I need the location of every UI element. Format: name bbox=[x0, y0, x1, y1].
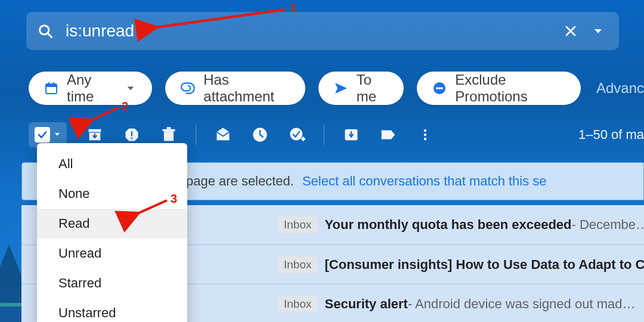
toolbar-separator bbox=[324, 125, 324, 145]
mail-subject: Your monthly quota has been exceeded bbox=[324, 217, 571, 233]
svg-rect-16 bbox=[164, 131, 174, 141]
mail-subject: Security alert bbox=[324, 296, 407, 312]
svg-point-20 bbox=[290, 128, 302, 140]
mail-snippet: - Decembe… bbox=[572, 217, 645, 233]
svg-rect-11 bbox=[436, 88, 443, 89]
chip-label: Has attachment bbox=[203, 72, 289, 105]
select-all-checkbox[interactable] bbox=[35, 127, 50, 143]
chevron-down-icon bbox=[125, 81, 137, 95]
inbox-label[interactable]: Inbox bbox=[278, 216, 317, 233]
dropdown-item-starred[interactable]: Starred bbox=[37, 268, 187, 298]
svg-line-5 bbox=[48, 33, 51, 37]
mark-as-read-icon[interactable] bbox=[210, 122, 236, 147]
chip-label: Exclude Promotions bbox=[455, 72, 565, 105]
select-all-conversations-link[interactable]: Select all conversations that match this… bbox=[302, 174, 547, 189]
search-options-dropdown-icon[interactable] bbox=[590, 23, 606, 39]
svg-rect-9 bbox=[53, 82, 54, 85]
svg-rect-15 bbox=[131, 138, 132, 139]
filter-chip-attachment[interactable]: Has attachment bbox=[165, 72, 305, 105]
chip-label: Any time bbox=[67, 72, 113, 105]
filter-chip-exclude-promotions[interactable]: Exclude Promotions bbox=[417, 72, 581, 105]
svg-rect-18 bbox=[167, 127, 171, 129]
mail-subject: [Consumer insights] How to Use Data to A… bbox=[324, 257, 644, 273]
dropdown-item-all[interactable]: All bbox=[37, 149, 187, 179]
dropdown-item-none[interactable]: None bbox=[37, 179, 187, 209]
svg-point-23 bbox=[424, 134, 426, 136]
svg-point-24 bbox=[424, 138, 426, 140]
send-icon bbox=[334, 81, 348, 95]
add-to-tasks-icon[interactable] bbox=[284, 122, 309, 147]
toolbar-separator bbox=[196, 125, 196, 145]
filter-chip-row: Any time Has attachment To me Exclude Pr… bbox=[29, 72, 644, 105]
dropdown-item-read[interactable]: Read bbox=[37, 209, 187, 239]
chevron-down-icon bbox=[54, 129, 61, 140]
mail-snippet: - Android device was signed out mad… bbox=[408, 296, 636, 312]
dropdown-item-unstarred[interactable]: Unstarred bbox=[37, 298, 187, 322]
svg-rect-14 bbox=[131, 131, 132, 136]
dropdown-item-unread[interactable]: Unread bbox=[37, 239, 187, 268]
attachment-icon bbox=[181, 81, 195, 95]
svg-rect-12 bbox=[89, 129, 101, 132]
filter-chip-anytime[interactable]: Any time bbox=[29, 72, 152, 105]
inbox-label[interactable]: Inbox bbox=[278, 296, 317, 312]
inbox-label[interactable]: Inbox bbox=[278, 256, 317, 273]
pagination-count: 1–50 of ma bbox=[578, 117, 644, 153]
advanced-search-link[interactable]: Advanc bbox=[596, 80, 644, 97]
move-to-icon[interactable] bbox=[339, 122, 364, 147]
svg-rect-7 bbox=[46, 84, 57, 87]
search-bar[interactable] bbox=[26, 12, 619, 50]
select-dropdown-menu: All None Read Unread Starred Unstarred bbox=[37, 143, 187, 322]
svg-rect-8 bbox=[48, 82, 49, 85]
chip-label: To me bbox=[357, 72, 389, 105]
calendar-icon bbox=[44, 81, 58, 95]
snooze-icon[interactable] bbox=[247, 122, 273, 147]
labels-icon[interactable] bbox=[376, 122, 401, 147]
svg-point-22 bbox=[424, 129, 426, 132]
clear-search-icon[interactable] bbox=[563, 23, 578, 39]
exclude-icon bbox=[432, 81, 447, 95]
search-icon bbox=[37, 23, 54, 39]
filter-chip-to-me[interactable]: To me bbox=[318, 72, 404, 105]
more-icon[interactable] bbox=[413, 122, 438, 147]
search-input[interactable] bbox=[66, 21, 563, 41]
svg-rect-17 bbox=[163, 129, 175, 132]
